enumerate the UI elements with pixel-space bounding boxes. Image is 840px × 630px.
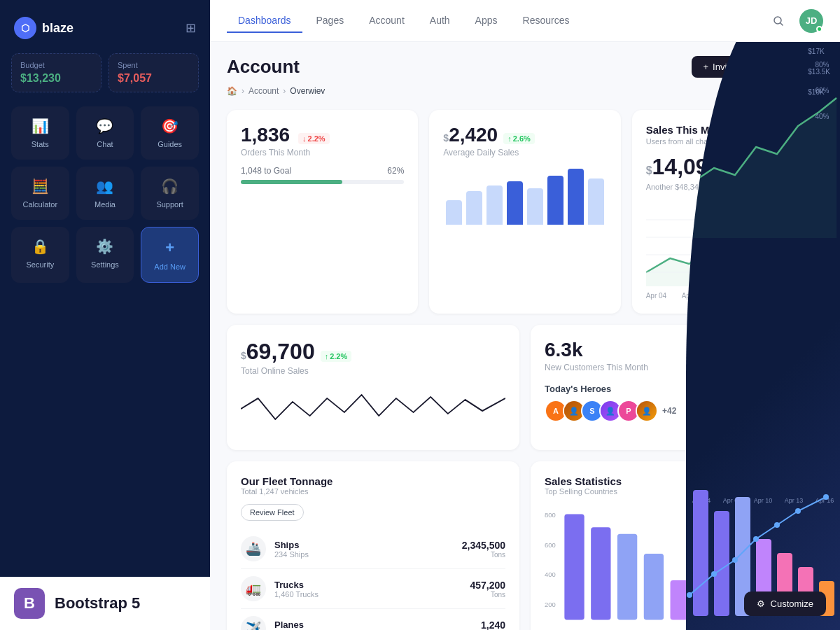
orders-value: 1,836 (241, 124, 290, 146)
online-badge: ↑ 2.2% (321, 351, 352, 362)
planes-amount: 1,240 (481, 620, 505, 631)
trucks-amount: 457,200 (470, 580, 505, 591)
ships-icon: 🚢 (241, 536, 266, 561)
svg-rect-1 (714, 511, 729, 616)
chat-label: Chat (97, 140, 113, 148)
breadcrumb-sep-2: › (283, 86, 286, 96)
logo-area: ⬡ blaze (14, 17, 74, 39)
progress-info: 1,048 to Goal 62% (241, 166, 404, 176)
sidebar-item-media[interactable]: 👥 Media (76, 167, 134, 220)
online-up-icon: ↑ (325, 352, 329, 360)
top-nav: Dashboards Pages Account Auth Apps Resou… (210, 0, 840, 42)
trucks-info: Trucks 1,460 Trucks (274, 580, 461, 598)
customize-label: Customize (771, 598, 813, 609)
sidebar-item-settings[interactable]: ⚙️ Settings (76, 227, 134, 283)
media-icon: 👥 (96, 178, 113, 195)
wavy-chart (241, 384, 505, 436)
spent-amount: $7,057 (118, 72, 190, 85)
sidebar-item-security[interactable]: 🔒 Security (11, 227, 69, 283)
daily-bar-chart (443, 169, 606, 225)
ships-info: Ships 234 Ships (274, 540, 454, 559)
bootstrap-badge: B Bootstrap 5 (0, 577, 210, 630)
nav-account[interactable]: Account (358, 9, 416, 33)
search-button[interactable] (766, 8, 791, 34)
sidebar-item-calculator[interactable]: 🧮 Calculator (11, 167, 69, 220)
orders-progress: 1,048 to Goal 62% (241, 166, 404, 184)
svg-point-7 (687, 592, 692, 598)
sidebar-item-stats[interactable]: 📊 Stats (11, 106, 69, 160)
customize-button[interactable]: ⚙ Customize (744, 592, 826, 616)
bar-7 (568, 169, 584, 225)
menu-icon[interactable]: ⊞ (186, 20, 196, 36)
planes-icon: ✈️ (241, 616, 266, 630)
spent-label: Spent (118, 61, 190, 69)
svg-rect-24 (591, 527, 610, 620)
trucks-name: Trucks (274, 580, 461, 590)
trucks-count: 1,460 Trucks (274, 590, 461, 598)
stats-icon: 📊 (31, 118, 49, 134)
hero-avatar-6: 👤 (636, 400, 658, 422)
svg-text:400: 400 (545, 570, 556, 578)
progress-bar (241, 180, 404, 184)
online-dollar: $ (241, 350, 246, 361)
budget-cards: Budget $13,230 Spent $7,057 (11, 53, 199, 92)
daily-label: Average Daily Sales (443, 148, 606, 158)
online-sales-card: $ 69,700 ↑ 2.2% Total Online Sales (227, 325, 519, 450)
dark-overlay: $24K $20.5K $17K $13.5K $10K Apr 04 Apr … (686, 0, 840, 630)
svg-rect-26 (644, 554, 664, 620)
planes-name: Planes (274, 620, 472, 630)
nav-dashboards[interactable]: Dashboards (227, 9, 302, 33)
svg-point-8 (711, 571, 717, 577)
sidebar: ⬡ blaze ⊞ Budget $13,230 Spent $7,057 📊 … (0, 0, 210, 630)
budget-label: Budget (20, 61, 92, 69)
support-label: Support (156, 200, 183, 209)
fleet-row-ships: 🚢 Ships 234 Ships 2,345,500 Tons (241, 529, 505, 569)
fleet-sub: Total 1,247 vehicles (241, 487, 505, 496)
nav-resources[interactable]: Resources (512, 9, 581, 33)
bootstrap-icon: B (14, 588, 45, 619)
sidebar-item-support[interactable]: 🎧 Support (141, 167, 199, 220)
search-icon (773, 15, 784, 27)
svg-point-9 (732, 557, 738, 563)
customers-label: New Customers This Month (545, 363, 648, 372)
sidebar-item-add-new[interactable]: + Add New (141, 227, 199, 283)
sidebar-item-chat[interactable]: 💬 Chat (76, 106, 134, 160)
user-avatar[interactable]: JD (799, 9, 823, 33)
ships-count: 234 Ships (274, 550, 454, 559)
pct-labels: 100% 80% 60% 40% (815, 35, 833, 120)
nav-pages[interactable]: Pages (305, 9, 356, 33)
security-label: Security (26, 260, 54, 269)
progress-pct: 62% (387, 166, 404, 176)
sidebar-item-guides[interactable]: 🎯 Guides (141, 106, 199, 160)
nav-grid: 📊 Stats 💬 Chat 🎯 Guides 🧮 Calculator 👥 M… (11, 106, 199, 283)
review-fleet-button[interactable]: Review Fleet (241, 504, 304, 521)
svg-point-11 (774, 522, 780, 528)
bar-4 (507, 181, 523, 225)
page-title: Account (227, 56, 300, 78)
chat-icon: 💬 (96, 118, 113, 134)
orders-label: Orders This Month (241, 148, 404, 158)
calculator-label: Calculator (23, 200, 58, 209)
daily-sales-card: $ 2,420 ↑ 2.6% Average Daily Sales (429, 110, 620, 314)
bootstrap-text: Bootstrap 5 (55, 594, 140, 612)
top-nav-right: JD (766, 8, 823, 34)
svg-text:600: 600 (545, 541, 556, 549)
stats-label: Stats (31, 140, 49, 148)
progress-goal-label: 1,048 to Goal (241, 166, 291, 176)
budget-amount: $13,230 (20, 72, 92, 85)
add-new-label: Add New (154, 262, 186, 271)
customers-value: 6.3k (545, 339, 648, 361)
fleet-row-trucks: 🚛 Trucks 1,460 Trucks 457,200 Tons (241, 569, 505, 609)
media-label: Media (94, 200, 115, 209)
orders-card: 1,836 ↓ 2.2% Orders This Month 1,048 to … (227, 110, 418, 314)
nav-links: Dashboards Pages Account Auth Apps Resou… (227, 9, 580, 33)
breadcrumb-account[interactable]: Account (248, 86, 279, 96)
bar-3 (486, 186, 503, 225)
spent-card: Spent $7,057 (108, 53, 199, 92)
svg-rect-23 (564, 514, 584, 620)
svg-rect-0 (693, 490, 708, 616)
breadcrumb-current: Overwiev (290, 86, 325, 96)
nav-apps[interactable]: Apps (464, 9, 509, 33)
bar-6 (547, 176, 564, 225)
nav-auth[interactable]: Auth (419, 9, 461, 33)
